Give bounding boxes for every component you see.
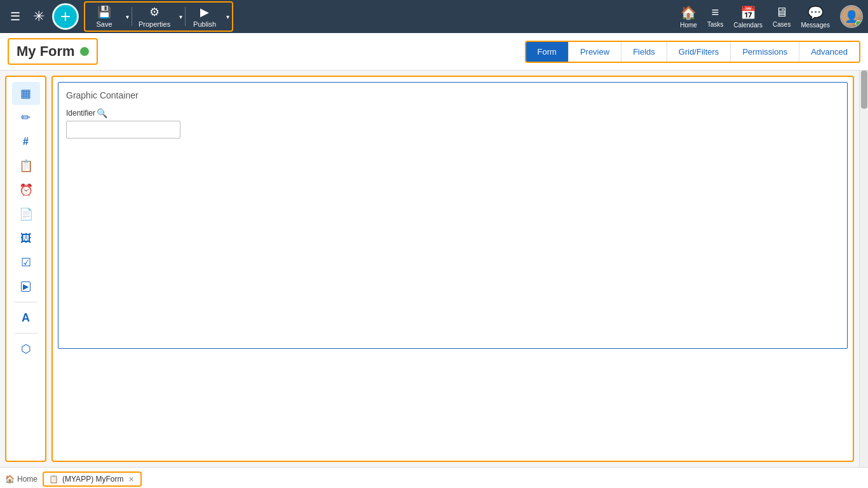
scrollbar-track[interactable] <box>860 71 868 467</box>
text-icon: A <box>22 311 30 325</box>
hamburger-button[interactable]: ☰ <box>5 6 25 27</box>
number-icon: # <box>23 136 29 147</box>
edit-icon: ✏ <box>21 111 31 125</box>
tab-form[interactable]: Form <box>526 42 569 62</box>
save-dropdown-button[interactable]: ▾ <box>123 11 132 23</box>
identifier-field-group: Identifier 🔍 <box>66 108 839 139</box>
home-icon: 🏠 <box>681 5 696 20</box>
logo-button[interactable]: ✳ <box>28 6 50 27</box>
sidebar-edit-button[interactable]: ✏ <box>12 106 40 129</box>
tab-grid-filters[interactable]: Grid/Filters <box>667 42 731 62</box>
required-icon: 🔍 <box>97 108 107 118</box>
nav-home-button[interactable]: 🏠 Home <box>680 5 697 29</box>
messages-icon: 💬 <box>808 5 824 20</box>
scrollbar[interactable] <box>859 71 868 467</box>
publish-button[interactable]: ▶ Publish <box>186 3 224 30</box>
publish-icon: ▶ <box>200 5 209 19</box>
checkbox-icon: ☑ <box>21 255 31 269</box>
tasks-icon: ≡ <box>712 5 719 20</box>
sidebar-video-button[interactable]: ▶ <box>12 275 40 298</box>
bottom-tab-icon: 📋 <box>49 475 58 484</box>
sidebar-divider-2 <box>15 333 37 334</box>
bottom-form-tab[interactable]: 📋 (MYAPP) MyForm × <box>43 471 142 487</box>
tab-advanced[interactable]: Advanced <box>799 42 859 62</box>
tab-fields[interactable]: Fields <box>621 42 667 62</box>
toolbar-action-group: 💾 Save ▾ ⚙ Properties ▾ ▶ Publish ▾ <box>84 1 233 32</box>
canvas-area: Graphic Container Identifier 🔍 <box>46 71 859 467</box>
publish-dropdown-button[interactable]: ▾ <box>224 11 232 23</box>
home-breadcrumb[interactable]: 🏠 Home <box>5 475 37 484</box>
form-title-box: My Form <box>8 38 98 65</box>
user-avatar[interactable]: 👤 <box>840 5 863 28</box>
box3d-icon: ⬡ <box>21 342 31 356</box>
sidebar-file-button[interactable]: 📄 <box>12 203 40 226</box>
calendar-icon: 📋 <box>19 159 33 173</box>
form-title-bar: My Form Form Preview Fields Grid/Filters… <box>0 33 868 71</box>
properties-button[interactable]: ⚙ Properties <box>132 3 177 30</box>
sidebar-number-button[interactable]: # <box>12 130 40 153</box>
nav-cases-button[interactable]: 🖥 Cases <box>773 5 790 28</box>
nav-messages-button[interactable]: 💬 Messages <box>801 5 830 29</box>
nav-calendars-button[interactable]: 📅 Calendars <box>733 5 763 29</box>
sidebar-box3d-button[interactable]: ⬡ <box>12 337 40 360</box>
graphic-container-title: Graphic Container <box>66 90 839 100</box>
sidebar-image-button[interactable]: 🖼 <box>12 227 40 250</box>
clock-icon: ⏰ <box>19 183 33 197</box>
file-icon: 📄 <box>19 207 33 221</box>
identifier-label: Identifier 🔍 <box>66 108 839 118</box>
online-indicator <box>855 20 862 27</box>
top-toolbar: ☰ ✳ + 💾 Save ▾ ⚙ Properties ▾ ▶ Publish … <box>0 0 868 33</box>
canvas-wrapper: Graphic Container Identifier 🔍 <box>51 76 854 462</box>
tab-preview[interactable]: Preview <box>569 42 621 62</box>
status-indicator <box>80 47 89 56</box>
home-breadcrumb-icon: 🏠 <box>5 475 15 484</box>
properties-icon: ⚙ <box>149 5 159 19</box>
main-content: ▦ ✏ # 📋 ⏰ 📄 🖼 ☑ ▶ A ⬡ <box>0 71 868 467</box>
calendars-icon: 📅 <box>740 5 756 20</box>
sidebar-checkbox-button[interactable]: ☑ <box>12 251 40 274</box>
identifier-input[interactable] <box>66 121 180 139</box>
properties-dropdown-button[interactable]: ▾ <box>177 11 185 23</box>
bottom-tab-bar: 🏠 Home 📋 (MYAPP) MyForm × <box>0 467 868 488</box>
graphic-container: Graphic Container Identifier 🔍 <box>58 82 848 349</box>
nav-icons-group: 🏠 Home ≡ Tasks 📅 Calendars 🖥 Cases 💬 Mes… <box>680 5 863 29</box>
tabs-group: Form Preview Fields Grid/Filters Permiss… <box>525 41 860 63</box>
form-title: My Form <box>17 43 75 60</box>
save-icon: 💾 <box>97 5 111 19</box>
save-button[interactable]: 💾 Save <box>85 3 123 30</box>
bottom-tab-close-button[interactable]: × <box>127 475 135 484</box>
left-sidebar: ▦ ✏ # 📋 ⏰ 📄 🖼 ☑ ▶ A ⬡ <box>5 76 46 462</box>
sidebar-text-button[interactable]: A <box>12 306 40 329</box>
add-button[interactable]: + <box>52 3 79 30</box>
tab-permissions[interactable]: Permissions <box>731 42 799 62</box>
sidebar-clock-button[interactable]: ⏰ <box>12 179 40 201</box>
video-icon: ▶ <box>21 281 31 292</box>
scrollbar-thumb[interactable] <box>861 71 867 109</box>
nav-tasks-button[interactable]: ≡ Tasks <box>707 5 724 28</box>
sidebar-calendar-button[interactable]: 📋 <box>12 154 40 177</box>
sidebar-layout-button[interactable]: ▦ <box>12 82 40 105</box>
image-icon: 🖼 <box>20 232 32 245</box>
sidebar-divider <box>15 302 37 302</box>
cases-icon: 🖥 <box>775 5 788 20</box>
layout-icon: ▦ <box>20 86 31 100</box>
